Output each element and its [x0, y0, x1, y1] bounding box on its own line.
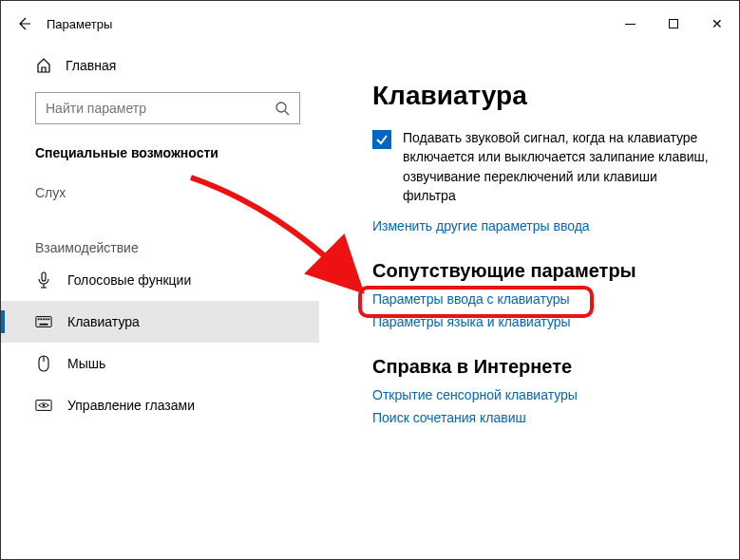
search-box[interactable]: [35, 92, 300, 124]
svg-rect-4: [38, 318, 40, 320]
sound-feedback-checkbox[interactable]: [372, 130, 391, 149]
svg-line-1: [285, 111, 289, 115]
related-links: Параметры ввода с клавиатуры Параметры я…: [372, 291, 711, 329]
search-input[interactable]: [46, 101, 275, 116]
svg-rect-8: [48, 318, 50, 320]
settings-window: Параметры ✕ Главная С: [0, 0, 740, 560]
sidebar: Главная Специальные возможности Слух Вза…: [1, 47, 319, 559]
subhead-interaction: Взаимодействие: [1, 221, 319, 259]
search-wrapper: [1, 84, 319, 132]
home-label: Главная: [66, 58, 116, 73]
link-change-input-settings[interactable]: Изменить другие параметры ввода: [372, 218, 711, 233]
svg-rect-9: [40, 324, 48, 326]
svg-point-0: [276, 103, 286, 112]
main-panel: Клавиатура Подавать звуковой сигнал, ког…: [319, 47, 739, 559]
sound-feedback-label: Подавать звуковой сигнал, когда на клави…: [403, 128, 711, 205]
sidebar-item-eye-control[interactable]: Управление глазами: [1, 384, 319, 426]
page-title: Клавиатура: [372, 81, 711, 111]
close-button[interactable]: ✕: [695, 9, 739, 39]
svg-rect-6: [43, 318, 45, 320]
window-title: Параметры: [47, 17, 112, 31]
home-icon: [35, 57, 52, 74]
svg-rect-3: [36, 317, 51, 327]
section-head-accessibility: Специальные возможности: [1, 132, 319, 174]
help-links: Открытие сенсорной клавиатуры Поиск соче…: [372, 387, 711, 425]
checkmark-icon: [375, 133, 389, 146]
back-arrow-icon: [16, 16, 31, 31]
svg-rect-7: [46, 318, 47, 320]
microphone-icon: [35, 271, 52, 289]
svg-point-13: [43, 404, 46, 407]
sidebar-item-label: Мышь: [67, 356, 105, 371]
link-keyboard-input-settings[interactable]: Параметры ввода с клавиатуры: [372, 291, 711, 307]
back-button[interactable]: [9, 9, 39, 39]
minimize-icon: [625, 24, 636, 25]
sidebar-item-speech[interactable]: Голосовые функции: [1, 259, 319, 301]
svg-rect-2: [42, 272, 46, 281]
link-open-touch-keyboard[interactable]: Открытие сенсорной клавиатуры: [372, 387, 711, 402]
titlebar: Параметры ✕: [1, 1, 739, 47]
maximize-button[interactable]: [652, 9, 695, 39]
eye-control-icon: [35, 397, 52, 414]
link-find-shortcuts[interactable]: Поиск сочетания клавиш: [372, 410, 711, 425]
help-heading: Справка в Интернете: [372, 356, 711, 378]
sidebar-item-mouse[interactable]: Мышь: [1, 343, 319, 384]
close-icon: ✕: [712, 16, 723, 31]
sidebar-item-label: Голосовые функции: [67, 272, 191, 288]
home-nav[interactable]: Главная: [1, 47, 319, 84]
search-icon: [275, 101, 290, 116]
keyboard-icon: [35, 313, 52, 330]
link-language-keyboard-settings[interactable]: Параметры языка и клавиатуры: [372, 314, 711, 329]
sound-feedback-option: Подавать звуковой сигнал, когда на клави…: [372, 128, 711, 205]
mouse-icon: [35, 355, 52, 372]
maximize-icon: [669, 19, 678, 28]
subhead-hearing: Слух: [1, 174, 319, 204]
svg-rect-5: [40, 318, 42, 320]
window-controls: ✕: [608, 9, 739, 39]
sidebar-item-label: Управление глазами: [67, 398, 195, 413]
minimize-button[interactable]: [608, 9, 652, 39]
sidebar-item-keyboard[interactable]: Клавиатура: [1, 301, 319, 343]
sidebar-item-label: Клавиатура: [67, 314, 140, 329]
related-heading: Сопутствующие параметры: [372, 260, 711, 282]
content-area: Главная Специальные возможности Слух Вза…: [1, 47, 739, 559]
